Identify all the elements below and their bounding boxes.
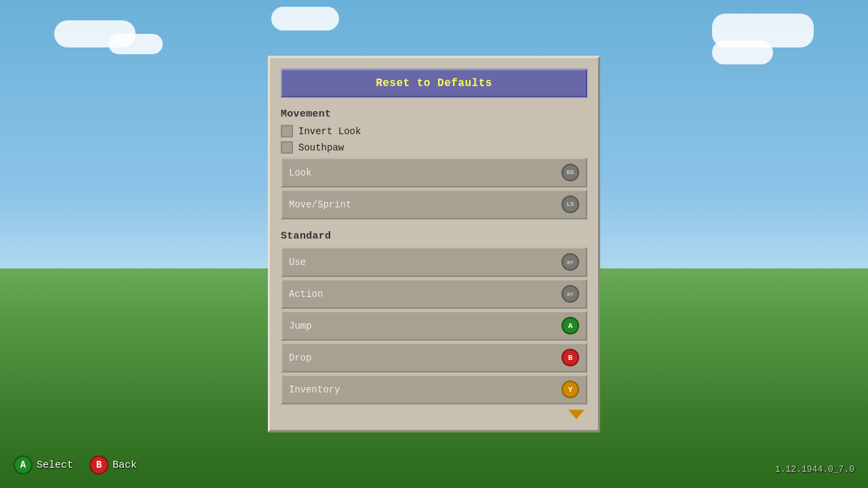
move-sprint-control-name: Move/Sprint (289, 199, 351, 210)
cloud-5 (271, 7, 339, 30)
southpaw-row[interactable]: Southpaw (281, 142, 587, 154)
inventory-control-row[interactable]: Inventory Y (281, 375, 587, 405)
drop-control-name: Drop (289, 352, 312, 363)
select-button-group: A Select (14, 455, 73, 474)
b-button-label: B (96, 460, 102, 470)
down-arrow-icon (568, 410, 585, 420)
look-control-name: Look (289, 167, 312, 178)
version-text: 1.12.1944.0_7.0 (775, 464, 854, 474)
invert-look-label: Invert Look (298, 126, 361, 137)
southpaw-label: Southpaw (298, 142, 344, 153)
use-control-row[interactable]: Use RT (281, 247, 587, 277)
southpaw-checkbox[interactable] (281, 142, 293, 154)
cloud-4 (712, 41, 773, 64)
drop-badge: B (561, 349, 579, 367)
jump-control-row[interactable]: Jump A (281, 311, 587, 341)
look-control-row[interactable]: Look RS (281, 158, 587, 188)
movement-section: Movement Invert Look Southpaw Look RS Mo… (281, 108, 587, 220)
inventory-control-name: Inventory (289, 384, 340, 395)
drop-control-row[interactable]: Drop B (281, 343, 587, 373)
select-label: Select (37, 460, 73, 471)
a-button-label: A (20, 460, 26, 470)
b-button[interactable]: B (90, 455, 108, 474)
standard-section: Standard Use RT Action RT Jump A Drop B … (281, 230, 587, 405)
move-sprint-badge: LS (561, 196, 579, 214)
bottom-bar: A Select B Back (14, 455, 137, 474)
reset-defaults-button[interactable]: Reset to Defaults (281, 69, 587, 98)
back-label: Back (113, 460, 137, 471)
standard-section-label: Standard (281, 230, 587, 242)
action-control-name: Action (289, 289, 323, 300)
action-badge: RT (561, 285, 579, 303)
action-control-row[interactable]: Action RT (281, 279, 587, 309)
settings-modal: Reset to Defaults Movement Invert Look S… (268, 56, 600, 432)
jump-control-name: Jump (289, 321, 312, 331)
scroll-down-arrow[interactable] (281, 410, 587, 420)
use-control-name: Use (289, 257, 306, 268)
use-badge: RT (561, 253, 579, 271)
look-badge: RS (561, 164, 579, 182)
jump-badge: A (561, 317, 579, 335)
inventory-badge: Y (561, 381, 579, 399)
invert-look-row[interactable]: Invert Look (281, 125, 587, 138)
a-button[interactable]: A (14, 455, 33, 474)
back-button-group: B Back (90, 455, 137, 474)
cloud-2 (108, 34, 163, 54)
movement-section-label: Movement (281, 108, 587, 120)
invert-look-checkbox[interactable] (281, 125, 293, 138)
move-sprint-control-row[interactable]: Move/Sprint LS (281, 190, 587, 220)
